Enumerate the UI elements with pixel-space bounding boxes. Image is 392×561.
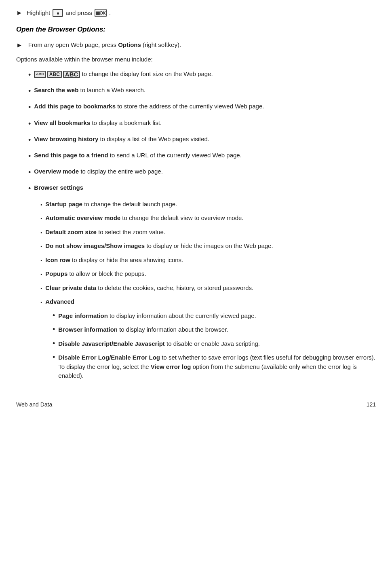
list-item: • Send this page to a friend to send a U… <box>28 151 376 161</box>
sub-arrow-marker: ► <box>16 40 23 50</box>
square-bullet: ▪ <box>40 229 42 236</box>
error-log-content: Disable Error Log/Enable Error Log to se… <box>58 353 376 381</box>
clear-private-bold: Clear private data <box>45 284 96 291</box>
error-log-bold: Disable Error Log/Enable Error Log <box>58 354 160 361</box>
round-bullet: • <box>53 339 55 348</box>
overview-mode-rest: to display the entire web page. <box>80 168 162 175</box>
default-zoom-rest: to select the zoom value. <box>98 229 165 235</box>
font-size-text: to change the display font size on the W… <box>82 70 213 77</box>
auto-overview-rest: to change the default view to overview m… <box>122 214 243 221</box>
list-item: • Browser information to display informa… <box>53 325 376 334</box>
page-info-rest: to display information about the current… <box>110 312 256 319</box>
square-bullet: ▪ <box>40 285 42 292</box>
font-icons: ABC ABC ABC <box>34 71 80 78</box>
sub-sub-bullet-list: • Page information to display informatio… <box>53 311 376 381</box>
section-title: Open the Browser Options: <box>16 24 376 35</box>
view-bookmarks-rest: to display a bookmark list. <box>92 119 162 126</box>
list-item: ▪ Automatic overview mode to change the … <box>40 214 376 223</box>
send-friend-rest: to send a URL of the currently viewed We… <box>110 152 242 159</box>
square-bullet: ▪ <box>40 257 42 264</box>
sub-arrow-after: (right softkey). <box>141 41 181 48</box>
bullet-dot: • <box>28 167 31 178</box>
sub-bullet-list: ▪ Startup page to change the default lau… <box>40 200 376 307</box>
send-friend-content: Send this page to a friend to send a URL… <box>34 151 242 160</box>
browser-info-content: Browser information to display informati… <box>58 325 228 334</box>
startup-page-rest: to change the default launch page. <box>84 201 177 207</box>
list-item: • Overview mode to display the entire we… <box>28 167 376 178</box>
and-press-text: and press <box>65 8 92 18</box>
auto-overview-content: Automatic overview mode to change the de… <box>45 214 243 223</box>
bullet-dot: • <box>28 102 31 112</box>
bullet-dot: • <box>28 151 31 161</box>
font-medium-icon: ABC <box>47 71 62 78</box>
font-large-icon: ABC <box>63 71 80 78</box>
footer-left: Web and Data <box>16 400 52 409</box>
list-item: • Browser settings <box>28 183 376 194</box>
round-bullet: • <box>53 311 55 320</box>
clear-private-rest: to delete the cookies, cache, history, o… <box>98 284 253 291</box>
square-bullet: ▪ <box>40 271 42 278</box>
advanced-bold: Advanced <box>45 298 74 305</box>
main-bullet-list: • ABC ABC ABC to change the display font… <box>28 70 376 194</box>
list-item: ▪ Clear private data to delete the cooki… <box>40 284 376 293</box>
sub-arrow-before: From any open Web page, press <box>28 41 118 48</box>
highlight-text: Highlight <box>27 8 50 18</box>
list-item: • Add this page to bookmarks to store th… <box>28 102 376 112</box>
round-bullet: • <box>53 325 55 334</box>
ok-icon: ▦OK <box>95 9 107 17</box>
square-bullet: ▪ <box>40 201 42 208</box>
default-zoom-bold: Default zoom size <box>45 229 97 235</box>
browser-settings-content: Browser settings <box>34 183 83 193</box>
add-bookmarks-bold: Add this page to bookmarks <box>34 103 116 110</box>
top-line: ► Highlight ■ and press ▦OK . <box>16 8 376 18</box>
list-item: • Search the web to launch a Web search. <box>28 86 376 96</box>
search-web-bold: Search the web <box>34 87 78 93</box>
icon-row-bold: Icon row <box>45 256 70 263</box>
list-item: • View all bookmarks to display a bookma… <box>28 119 376 129</box>
bullet-dot: • <box>28 135 31 145</box>
list-item: ▪ Advanced <box>40 297 376 307</box>
auto-overview-bold: Automatic overview mode <box>45 214 120 221</box>
footer: Web and Data 121 <box>16 397 376 409</box>
list-item: • ABC ABC ABC to change the display font… <box>28 70 376 80</box>
options-intro: Options available within the browser men… <box>16 55 376 64</box>
popups-bold: Popups <box>45 270 67 277</box>
browser-info-bold: Browser information <box>58 326 118 333</box>
square-bullet: ▪ <box>40 215 42 222</box>
page-info-bold: Page information <box>58 312 108 319</box>
default-zoom-content: Default zoom size to select the zoom val… <box>45 228 165 237</box>
arrow-marker: ► <box>16 8 23 18</box>
list-item: ▪ Icon row to display or hide the area s… <box>40 256 376 265</box>
send-friend-bold: Send this page to a friend <box>34 152 108 159</box>
square-bullet: ▪ <box>40 298 42 306</box>
overview-mode-bold: Overview mode <box>34 168 79 175</box>
show-images-bold: Do not show images/Show images <box>45 242 145 249</box>
startup-page-bold: Startup page <box>45 201 82 207</box>
icon-row-rest: to display or hide the area showing icon… <box>72 256 183 263</box>
popups-rest: to allow or block the popups. <box>69 270 146 277</box>
list-item: ▪ Startup page to change the default lau… <box>40 200 376 209</box>
add-bookmarks-rest: to store the address of the currently vi… <box>117 103 264 110</box>
overview-mode-content: Overview mode to display the entire web … <box>34 167 163 176</box>
browsing-history-content: View browsing history to display a list … <box>34 135 209 144</box>
add-bookmarks-content: Add this page to bookmarks to store the … <box>34 102 264 111</box>
browser-info-rest: to display information about the browser… <box>119 326 228 333</box>
bullet-dot: • <box>28 119 31 129</box>
list-item: ▪ Do not show images/Show images to disp… <box>40 241 376 251</box>
icon-row-content: Icon row to display or hide the area sho… <box>45 256 183 265</box>
list-item: ▪ Popups to allow or block the popups. <box>40 269 376 279</box>
advanced-content: Advanced <box>45 297 74 307</box>
bullet-dot: • <box>28 70 31 80</box>
list-item: ▪ Default zoom size to select the zoom v… <box>40 228 376 237</box>
bullet-dot: • <box>28 86 31 96</box>
browser-settings-bold: Browser settings <box>34 184 83 191</box>
search-web-rest: to launch a Web search. <box>80 87 145 93</box>
footer-right: 121 <box>367 400 376 409</box>
highlight-icon: ■ <box>53 9 63 17</box>
disable-js-rest: to disable or enable Java scripting. <box>166 340 260 347</box>
show-images-rest: to display or hide the images on the Web… <box>146 242 273 249</box>
error-log-view-bold: View error log <box>151 363 191 370</box>
list-item: • View browsing history to display a lis… <box>28 135 376 145</box>
period: . <box>109 8 111 18</box>
font-small-icon: ABC <box>34 71 46 78</box>
